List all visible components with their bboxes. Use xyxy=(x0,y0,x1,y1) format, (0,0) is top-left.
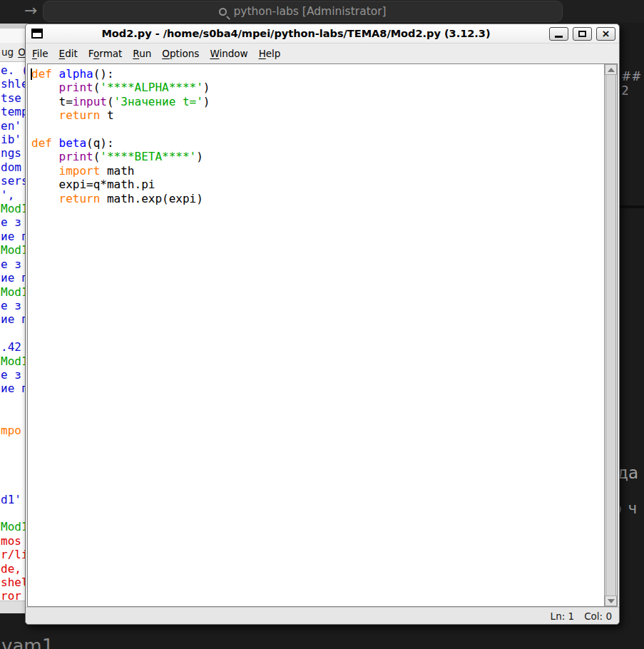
background-window-statusbar xyxy=(0,601,29,613)
search-icon xyxy=(219,8,227,16)
search-box[interactable]: python-labs [Administrator] xyxy=(43,1,563,22)
code-line: import math xyxy=(31,164,604,178)
text-cursor xyxy=(31,68,32,80)
code-editor[interactable]: def alpha(): print('****ALPHA****') t=in… xyxy=(28,64,604,606)
menu-format[interactable]: Format xyxy=(88,48,123,59)
scrollbar-thumb[interactable] xyxy=(605,75,616,596)
window-title: Mod2.py - /home/s0ba4/mpei/python-labs/T… xyxy=(43,28,549,39)
fragment-ch: ч xyxy=(628,500,637,517)
arrow-down-icon xyxy=(608,599,615,603)
background-shell-window[interactable]: ugO e. (shletsetempen'ib'ngsdomsers',Mod… xyxy=(0,24,29,613)
background-window-titlebar xyxy=(0,24,29,29)
menu-run[interactable]: Run xyxy=(133,48,151,59)
vertical-scrollbar[interactable] xyxy=(604,64,617,606)
menu-file[interactable]: File xyxy=(32,48,48,59)
minimize-icon xyxy=(555,36,563,38)
code-line xyxy=(31,123,604,136)
scroll-up-button[interactable] xyxy=(605,64,617,75)
desktop-fragment-da: да xyxy=(617,464,638,482)
status-col: Col: 0 xyxy=(584,610,612,622)
arrow-up-icon xyxy=(608,68,615,72)
menu-window[interactable]: Window xyxy=(210,48,247,59)
code-line: expi=q*math.pi xyxy=(31,178,604,191)
background-window-gap xyxy=(0,29,29,43)
close-icon: × xyxy=(603,28,610,40)
desktop-fragment-bottom: vam1 xyxy=(1,635,53,649)
code-line: return t xyxy=(31,108,604,122)
editor-area: def alpha(): print('****ALPHA****') t=in… xyxy=(27,63,618,607)
maximize-button[interactable] xyxy=(573,27,592,41)
maximize-icon xyxy=(578,31,586,37)
idle-editor-window: Mod2.py - /home/s0ba4/mpei/python-labs/T… xyxy=(25,24,620,625)
code-line: print('****ALPHA****') xyxy=(31,81,604,94)
menu-bar: FileEditFormatRunOptionsWindowHelp xyxy=(26,44,619,63)
status-bar: Ln: 1 Col: 0 xyxy=(26,607,619,624)
background-shell-text: e. (shletsetempen'ib'ngsdomsers',Mod1e з… xyxy=(0,62,29,601)
menu-options[interactable]: Options xyxy=(162,48,199,59)
desktop-fragment-hash: ## 2 xyxy=(621,69,644,98)
title-bar[interactable]: Mod2.py - /home/s0ba4/mpei/python-labs/T… xyxy=(26,24,619,44)
background-window-menubar[interactable]: ugO xyxy=(0,43,29,62)
top-bar: → python-labs [Administrator] xyxy=(0,0,644,23)
scroll-down-button[interactable] xyxy=(605,596,617,606)
menu-help[interactable]: Help xyxy=(259,48,281,59)
window-controls: × xyxy=(549,27,615,41)
minimize-button[interactable] xyxy=(549,27,568,41)
window-icon xyxy=(31,29,43,39)
code-line: t=input('Значение t=') xyxy=(31,95,604,108)
forward-arrow-icon[interactable]: → xyxy=(24,1,37,19)
code-line: return math.exp(expi) xyxy=(31,192,604,205)
code-line: def beta(q): xyxy=(31,136,604,150)
search-text: python-labs [Administrator] xyxy=(233,5,386,18)
code-line: def alpha(): xyxy=(31,67,604,81)
close-button[interactable]: × xyxy=(596,27,615,41)
status-line: Ln: 1 xyxy=(551,610,575,622)
code-line: print('****BETA****') xyxy=(31,150,604,163)
menu-edit[interactable]: Edit xyxy=(59,48,78,59)
background-menu-fragment: ug xyxy=(1,46,14,58)
